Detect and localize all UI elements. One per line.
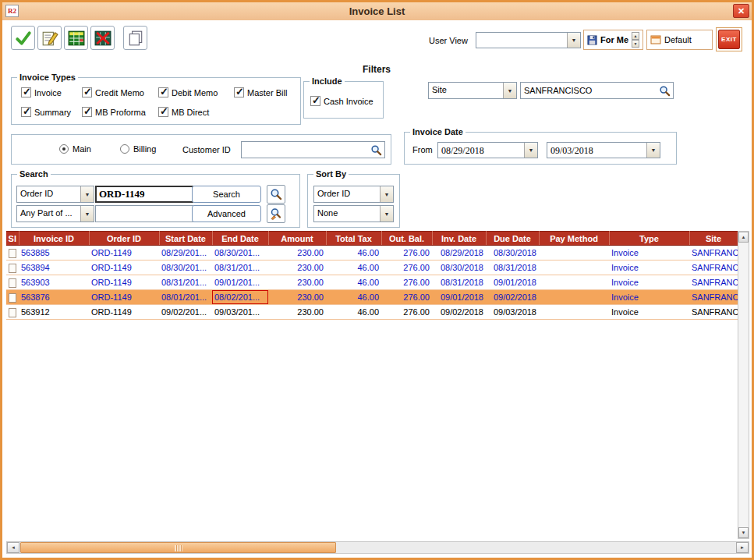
checkbox-label: Master Bill (247, 88, 287, 97)
table-row[interactable]: 563912 ORD-1149 09/02/201... 09/03/201..… (6, 305, 738, 320)
si-cell[interactable] (6, 290, 19, 305)
invoice-grid-button[interactable] (64, 26, 88, 50)
col-inv-date[interactable]: Inv. Date (432, 232, 486, 246)
invoice-date-to[interactable]: 09/03/2018 ▼ (547, 142, 660, 158)
search-field2-combo[interactable]: Any Part of ... ▼ (16, 205, 94, 222)
radio-billing[interactable]: Billing (120, 144, 156, 154)
checkbox-box[interactable] (310, 96, 320, 106)
search-icon[interactable] (659, 85, 673, 97)
sort-primary-combo[interactable]: Order ID ▼ (313, 186, 394, 203)
site-field-combo[interactable]: Site ▼ (428, 82, 517, 99)
search-button-label: Search (213, 190, 240, 199)
row-select-icon[interactable] (9, 308, 16, 317)
table-row[interactable]: 563903 ORD-1149 08/31/201... 09/01/201..… (6, 275, 738, 290)
col-invoice-id[interactable]: Invoice ID (19, 232, 89, 246)
chevron-down-icon[interactable]: ▼ (80, 186, 94, 202)
search-button[interactable]: Search (192, 186, 261, 203)
col-si[interactable]: SI (6, 232, 19, 246)
col-total-tax[interactable]: Total Tax (326, 232, 381, 246)
site-search-field[interactable]: SANFRANCISCO (520, 82, 674, 99)
invoice-date-from[interactable]: 08/29/2018 ▼ (437, 142, 538, 158)
search-field1-combo[interactable]: Order ID ▼ (16, 186, 94, 203)
user-view-combo[interactable]: ▼ (476, 32, 581, 48)
spin-down-icon[interactable]: ▼ (632, 40, 639, 48)
for-me-spinner[interactable]: ▲▼ (632, 32, 639, 48)
col-order-id[interactable]: Order ID (89, 232, 159, 246)
checkbox-master-bill[interactable]: Master Bill (234, 87, 287, 97)
scrollbar-thumb[interactable] (20, 542, 336, 553)
search-icon[interactable] (370, 144, 384, 156)
col-end-date[interactable]: End Date (212, 232, 268, 246)
checkbox-credit-memo[interactable]: Credit Memo (82, 87, 144, 97)
approve-button[interactable] (11, 26, 35, 50)
search-icon-button[interactable] (267, 185, 285, 204)
default-view-button[interactable]: Default (646, 30, 713, 50)
row-select-icon[interactable] (9, 264, 16, 273)
checkbox-box[interactable] (21, 107, 31, 117)
checkbox-mb-proforma[interactable]: MB Proforma (82, 107, 146, 117)
chevron-down-icon[interactable]: ▼ (503, 83, 516, 98)
si-cell[interactable] (6, 261, 19, 275)
col-pay-method[interactable]: Pay Method (539, 232, 609, 246)
chevron-down-icon[interactable]: ▼ (646, 143, 660, 158)
col-site[interactable]: Site (689, 232, 738, 246)
table-row[interactable]: 563885 ORD-1149 08/29/201... 08/30/201..… (6, 246, 738, 261)
radio-main[interactable]: Main (59, 144, 91, 154)
col-due-date[interactable]: Due Date (486, 232, 539, 246)
scrollbar-track[interactable] (19, 542, 736, 553)
si-cell[interactable] (6, 275, 19, 290)
scroll-left-button[interactable]: ◄ (7, 542, 19, 553)
chevron-down-icon[interactable]: ▼ (80, 206, 94, 222)
si-cell[interactable] (6, 305, 19, 320)
row-select-icon[interactable] (9, 293, 16, 303)
checkbox-mb-direct[interactable]: MB Direct (158, 107, 209, 117)
checkbox-invoice[interactable]: Invoice (21, 87, 62, 97)
row-select-icon[interactable] (9, 278, 16, 288)
sort-secondary-combo[interactable]: None ▼ (313, 205, 394, 222)
close-button[interactable]: ✕ (733, 4, 749, 18)
chevron-down-icon[interactable]: ▼ (524, 143, 537, 158)
chevron-down-icon[interactable]: ▼ (380, 186, 393, 202)
checkbox-summary[interactable]: Summary (21, 107, 71, 117)
void-invoice-button[interactable] (90, 26, 115, 50)
search-value2-input[interactable] (95, 205, 193, 222)
col-out-bal[interactable]: Out. Bal. (381, 232, 432, 246)
col-amount[interactable]: Amount (268, 232, 326, 246)
checkbox-cash-invoice[interactable]: Cash Invoice (310, 96, 373, 106)
checkbox-box[interactable] (158, 107, 168, 117)
advanced-search-icon-button[interactable] (267, 204, 285, 223)
col-start-date[interactable]: Start Date (159, 232, 212, 246)
copy-button[interactable] (123, 26, 147, 50)
invoice-types-title: Invoice Types (17, 73, 78, 82)
table-row[interactable]: 563894 ORD-1149 08/30/201... 08/31/201..… (6, 261, 738, 275)
search-value-input[interactable] (95, 186, 193, 203)
checkbox-debit-memo[interactable]: Debit Memo (158, 87, 218, 97)
exit-button[interactable]: EXIT (716, 27, 742, 51)
scroll-up-button[interactable]: ▲ (738, 232, 749, 243)
table-row-selected[interactable]: 563876 ORD-1149 08/01/201... 08/02/201..… (6, 290, 738, 305)
vertical-scrollbar[interactable]: ▲ ▼ (738, 231, 749, 539)
cell-order-id: ORD-1149 (89, 261, 159, 275)
scroll-right-button[interactable]: ► (736, 542, 749, 553)
row-select-icon[interactable] (9, 249, 16, 258)
horizontal-scrollbar[interactable]: ◄ ► (6, 541, 749, 554)
checkbox-box[interactable] (234, 87, 244, 97)
checkbox-box[interactable] (82, 87, 92, 97)
chevron-down-icon[interactable]: ▼ (380, 206, 393, 222)
edit-button[interactable] (37, 26, 62, 50)
radio-circle[interactable] (120, 144, 129, 154)
cancel-invoice-icon (94, 30, 112, 47)
checkbox-box[interactable] (158, 87, 168, 97)
advanced-button[interactable]: Advanced (192, 205, 261, 222)
chevron-down-icon[interactable]: ▼ (567, 33, 580, 48)
si-cell[interactable] (6, 246, 19, 261)
for-me-button[interactable]: For Me ▲▼ (583, 30, 643, 50)
scroll-down-button[interactable]: ▼ (738, 527, 749, 538)
title-bar[interactable]: R2 Invoice List ✕ (2, 2, 752, 20)
col-type[interactable]: Type (609, 232, 689, 246)
checkbox-box[interactable] (21, 87, 31, 97)
checkbox-box[interactable] (82, 107, 92, 117)
customer-id-field[interactable] (241, 141, 385, 158)
spin-up-icon[interactable]: ▲ (632, 32, 639, 40)
radio-circle[interactable] (59, 144, 69, 154)
